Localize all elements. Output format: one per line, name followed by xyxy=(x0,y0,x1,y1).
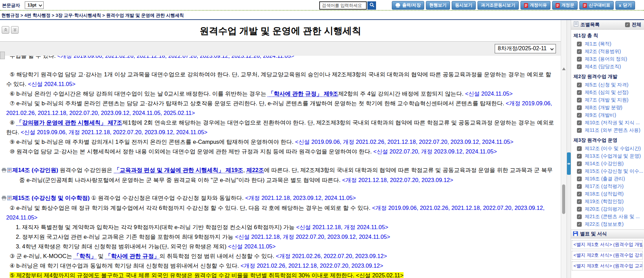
article-link[interactable]: 제2조 (적용범위) xyxy=(585,49,621,55)
revision-select[interactable]: 8차개정/2025-02-11 xyxy=(495,44,556,53)
article-history-icon[interactable] xyxy=(7,193,12,203)
article-checkbox[interactable]: ✓ xyxy=(577,105,582,110)
revision-note: <신설 2024.11.05> xyxy=(228,243,276,249)
current-view-button[interactable]: 현행보기 xyxy=(426,1,450,10)
revision-note: <신설 2022.07.20, 개정 2023.09.12, 2024.11.0… xyxy=(373,148,497,154)
regulation-link[interactable]: 「강의평가 운영에 관한 시행세칙」 제7조 xyxy=(16,119,122,126)
content-paragraph: 2. 정부지원 국고사업 관련 e-러닝 교과목은 기존 학점을 포함하여 최대… xyxy=(0,232,561,242)
article-link[interactable]: 제16조 (출결 관리) xyxy=(585,176,625,182)
article-link[interactable]: 제21조 (콘텐츠 사용 및 ... xyxy=(585,214,640,220)
article-print-icon[interactable] xyxy=(1,193,7,203)
article-checkbox[interactable]: ✓ xyxy=(577,83,582,87)
regulation-link[interactable]: 「학칙」 xyxy=(74,253,96,259)
article-link[interactable]: 제7조 (개발 및 지원) xyxy=(585,97,629,103)
article-checkbox[interactable]: ✓ xyxy=(577,120,582,125)
content-scrollbar[interactable] xyxy=(561,20,567,278)
revision-text-button[interactable]: 개정문 xyxy=(552,1,578,10)
article-checkbox[interactable]: ✓ xyxy=(577,192,582,196)
content-paragraph: 수업을 할 수 있다. <개정 2019.09.06, 2021.02.26, … xyxy=(0,56,561,61)
paragraph-text: 3. 4학년 재학생은 학기당 최대 신청학점 범위내에서 가능(단, 외국인 … xyxy=(16,243,228,249)
scrollbar-thumb[interactable] xyxy=(562,184,565,214)
paragraph-text: 및 xyxy=(96,253,105,259)
article-link[interactable]: 제9조 (개발비) xyxy=(585,112,616,118)
revision-band: 8차개정/2025-02-11 xyxy=(0,42,561,56)
form-link[interactable]: <별지 제3호 서식> (원격수업 교과... xyxy=(572,261,643,270)
article-row: ✓제5조 (신청 및 자격) xyxy=(571,81,644,89)
article-checkbox[interactable]: ✓ xyxy=(577,98,582,103)
article-row: ✓제9조 (개발비) xyxy=(571,111,644,119)
form-link[interactable]: <별지 제1호 서식> (원격수업 개발 .. xyxy=(572,240,643,249)
close-button[interactable]: x닫기 xyxy=(615,1,635,10)
article-link[interactable]: 제20조 (강의평가) xyxy=(585,206,624,212)
article-checkbox[interactable]: ✓ xyxy=(577,57,582,62)
content-area: 원격수업 개발 및 운영에 관한 시행세칙 8차개정/2025-02-11 수업… xyxy=(0,20,561,278)
article-checkbox[interactable]: ✓ xyxy=(577,146,582,151)
article-link[interactable]: 제1조 (목적) xyxy=(585,41,611,47)
article-link[interactable]: 제13조 (수업개설 및 운영) xyxy=(585,153,641,159)
content-paragraph: 제14조 (수강인원) 원격수업 수강인원은 「교육과정 편성 및 개설에 관한… xyxy=(0,165,561,185)
article-checkbox[interactable]: ✓ xyxy=(577,128,582,133)
article-checkbox[interactable]: ✓ xyxy=(577,177,582,181)
print-save-button[interactable]: 출력/저장 xyxy=(392,1,424,10)
regulation-link[interactable]: 「학사에 관한 규정」 제9조 xyxy=(268,90,338,97)
article-link[interactable]: 제22조 (정보보호) xyxy=(585,221,624,227)
font-size-select[interactable]: 13pt xyxy=(25,1,44,9)
article-checkbox[interactable]: ✓ xyxy=(577,42,582,46)
article-checkbox[interactable]: ✓ xyxy=(577,113,582,118)
article-link[interactable]: 제17조 (성적평가) xyxy=(585,183,624,190)
article-checkbox[interactable]: ✓ xyxy=(577,161,582,166)
select-all-checkbox[interactable]: ✓ xyxy=(625,22,630,27)
article-link[interactable]: 제12조 (이수 및 수업시간) xyxy=(585,146,641,152)
article-link[interactable]: 제4조 (담당조직) xyxy=(585,64,621,70)
article-checkbox[interactable]: ✓ xyxy=(577,49,582,54)
button-label: 동시보기 xyxy=(455,2,472,8)
revision-note: <개정 2021.02.26, 2021.12.18, 2022.07.20, … xyxy=(240,263,383,269)
article-link[interactable]: 제18조 (성적입력) xyxy=(585,191,624,197)
scroll-top-button[interactable] xyxy=(2,26,9,34)
revision-reason-button[interactable]: 개정이유 xyxy=(520,1,550,10)
regulation-link[interactable]: 「학사에 관한 규정」 xyxy=(105,253,160,259)
past-clause-view-button[interactable]: 과거조문동시보기 xyxy=(477,1,519,10)
article-row: ✓제18조 (성적입력) xyxy=(571,190,644,198)
article-link[interactable]: 제10조 (저작권 및 지식 ... xyxy=(585,120,640,126)
article-row: ✓제12조 (이수 및 수업시간) xyxy=(571,145,644,152)
article-link[interactable]: 제14조 (수강인원) xyxy=(585,161,624,167)
article-row: ✓제3조 (용어의 정의) xyxy=(571,55,644,63)
article-checkbox[interactable]: ✓ xyxy=(577,169,582,174)
article-row: ✓제21조 (콘텐츠 사용 및 ... xyxy=(571,213,644,221)
select-all-control[interactable]: ✓ 전체 xyxy=(625,22,641,28)
regulation-link[interactable]: 「교육과정 편성 및 개설에 관한 시행세칙」 제19조 xyxy=(114,167,243,173)
form-link[interactable]: <별지 제2호 서식> (원격수업 강의... xyxy=(572,251,643,260)
scroll-bottom-button[interactable] xyxy=(11,26,19,34)
splitter-handle[interactable] xyxy=(567,152,571,175)
article-link[interactable]: 제19조 (학점인정) xyxy=(585,199,624,205)
regulation-link[interactable]: 제22조 xyxy=(246,167,264,173)
article-link[interactable]: 제15조 (수강신청 및 이수... xyxy=(585,168,643,174)
article-history-icon[interactable] xyxy=(7,165,12,175)
article-list: 제1장 총 칙✓제1조 (목적)✓제2조 (적용범위)✓제3조 (용어의 정의)… xyxy=(571,30,644,239)
search-button[interactable] xyxy=(367,1,376,10)
paragraph-text: ⑤ 해당학기 원격수업 담당 교·강사는 1개 이상 교과목을 대면수업으로 강… xyxy=(6,71,551,87)
article-checkbox[interactable]: ✓ xyxy=(577,184,582,189)
article-link[interactable]: 제6조 (심의 및 선정) xyxy=(585,89,629,96)
breadcrumb: 현행규정 > 4편 학사행정 > 3장 교무·학사시행세칙 > 원격수업 개발 … xyxy=(1,12,184,19)
article-checkbox[interactable]: ✓ xyxy=(577,199,582,204)
title-row: 원격수업 개발 및 운영에 관한 시행세칙 xyxy=(0,20,561,41)
old-new-comparison-button[interactable]: 신구대비표 xyxy=(579,1,614,10)
scrollbar-up-arrow-icon[interactable] xyxy=(562,67,566,70)
article-checkbox[interactable]: ✓ xyxy=(577,154,582,159)
article-link[interactable]: 제3조 (용어의 정의) xyxy=(585,56,627,62)
article-link[interactable]: 제11조 (외부 콘텐츠 사용) xyxy=(585,127,641,133)
article-checkbox[interactable]: ✓ xyxy=(577,214,582,219)
article-print-icon[interactable] xyxy=(1,165,7,175)
article-checkbox[interactable]: ✓ xyxy=(577,222,582,227)
article-link[interactable]: 제8조 (개발 분량) xyxy=(585,105,622,111)
article-checkbox[interactable]: ✓ xyxy=(577,207,582,212)
simultaneous-view-button[interactable]: 동시보기 xyxy=(452,1,476,10)
page-title: 원격수업 개발 및 운영에 관한 시행세칙 xyxy=(0,20,561,37)
article-link[interactable]: 제5조 (신청 및 자격) xyxy=(585,82,629,88)
search-input[interactable] xyxy=(319,1,367,10)
article-checkbox[interactable]: ✓ xyxy=(577,64,582,69)
article-checkbox[interactable]: ✓ xyxy=(577,90,582,95)
paragraph-text: 1. 재직자 특별전형 및 계약학과 입학자는 각각 9학점까지(대학 e-러닝… xyxy=(16,224,296,230)
